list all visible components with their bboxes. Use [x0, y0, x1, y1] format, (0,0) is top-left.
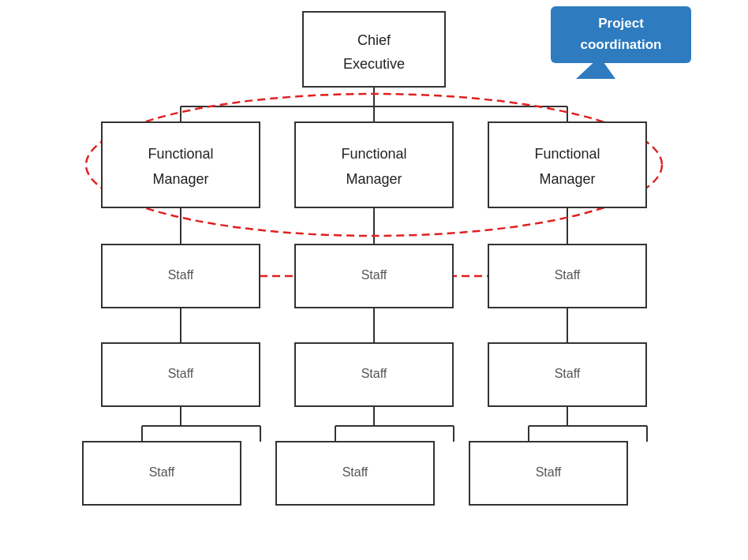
ceo-box	[303, 12, 445, 87]
org-chart: Chief Executive Functional Manager Funct…	[0, 0, 748, 560]
staff1c-label: Staff	[149, 465, 175, 479]
fm1-box	[102, 122, 260, 207]
staff1a-label: Staff	[168, 268, 194, 282]
staff3c-label: Staff	[536, 465, 562, 479]
fm1-label-line2: Manager	[152, 171, 208, 187]
chart-container: Chief Executive Functional Manager Funct…	[0, 0, 748, 560]
staff2c-label: Staff	[342, 465, 368, 479]
staff3b-label: Staff	[555, 367, 581, 380]
fm2-label-line1: Functional	[341, 146, 406, 162]
staff1b-label: Staff	[168, 367, 194, 380]
callout-label-line2: coordination	[581, 37, 662, 52]
ceo-label-line1: Chief	[357, 32, 391, 48]
staff2a-label: Staff	[361, 268, 387, 282]
callout-label-line1: Project	[598, 16, 644, 31]
fm1-label-line1: Functional	[148, 146, 213, 162]
staff2b-label: Staff	[361, 367, 387, 380]
fm3-label-line2: Manager	[539, 171, 595, 187]
fm3-label-line1: Functional	[534, 146, 600, 162]
fm2-box	[295, 122, 453, 207]
fm2-label-line2: Manager	[346, 171, 402, 187]
callout-box	[551, 6, 691, 63]
staff3a-label: Staff	[555, 268, 581, 282]
ceo-label-line2: Executive	[343, 56, 405, 72]
fm3-box	[488, 122, 646, 207]
